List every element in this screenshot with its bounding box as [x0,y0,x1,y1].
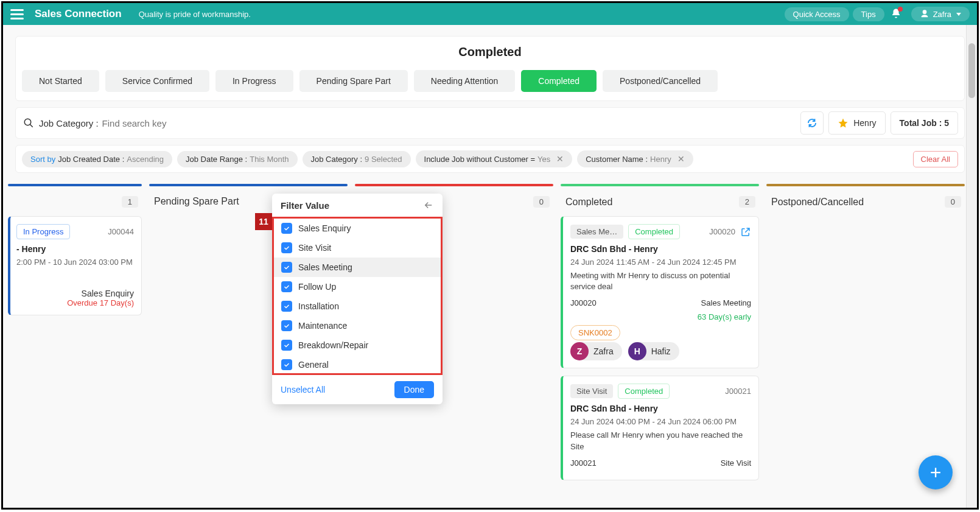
filter-options-list: Sales Enquiry Site Visit Sales Meeting F… [272,217,443,375]
back-arrow-icon[interactable] [423,200,434,211]
column-title: Pending Spare Part [154,196,239,207]
page-title: Completed [22,45,958,59]
early-label: 63 Day(s) early [570,312,751,321]
card-category: Site Visit [721,458,751,468]
done-button[interactable]: Done [394,381,434,398]
status-badge: Completed [618,384,670,399]
status-badge: Completed [628,224,680,239]
svg-line-1 [30,124,33,127]
filter-option[interactable]: Site Visit [274,238,441,258]
user-menu[interactable]: Zafra [911,7,970,21]
card-category: Sales Meeting [701,298,751,307]
search-icon [23,117,34,128]
category-tag: Sales Me… [570,225,623,239]
column-count: 0 [533,196,550,208]
remove-filter-icon[interactable]: ✕ [677,154,685,164]
assignee-name: Zafra [593,346,614,356]
filter-option[interactable]: Installation [274,296,441,316]
column-count: 1 [122,196,138,208]
job-code: J00021 [725,387,751,396]
chip-sort[interactable]: Sort by Job Created Date : Ascending [22,151,172,167]
checkbox-icon [281,223,292,234]
card-category: Sales Enquiry [16,289,134,298]
card-customer: - Henry [16,244,134,254]
remove-filter-icon[interactable]: ✕ [556,154,564,164]
search-label: Job Category : [39,118,99,128]
add-job-button[interactable]: + [919,455,953,489]
step-badge: 11 [255,213,272,230]
unselect-all-button[interactable]: Unselect All [281,385,325,395]
filter-option[interactable]: Sales Enquiry [274,219,441,238]
job-card[interactable]: Site Visit Completed J00021 DRC Sdn Bhd … [561,376,759,480]
chip-customer-name[interactable]: Customer Name : Henry ✕ [577,150,693,167]
overdue-label: Overdue 17 Day(s) [16,298,134,307]
card-time: 2:00 PM - 10 Jun 2024 03:00 PM [16,258,134,267]
tab-pending-spare-part[interactable]: Pending Spare Part [299,70,408,92]
filter-option[interactable]: Follow Up [274,277,441,296]
page-header: Completed Not Started Service Confirmed … [15,36,965,101]
card-customer: DRC Sdn Bhd - Henry [570,404,751,413]
tab-not-started[interactable]: Not Started [22,70,99,92]
open-icon[interactable] [740,226,751,237]
checkbox-icon [281,281,292,292]
column-title: Postponed/Cancelled [771,197,864,208]
kanban-board: 1 In Progress J00044 - Henry 2:00 PM - 1… [3,184,977,500]
filter-option[interactable]: Breakdown/Repair [274,335,441,355]
job-code-2: J00021 [570,458,597,468]
category-tag: Site Visit [570,384,613,398]
search-input[interactable] [102,118,795,128]
job-code: J00044 [108,227,134,236]
checkbox-icon [281,301,292,312]
menu-icon[interactable] [10,7,24,21]
tips-button[interactable]: Tips [853,7,884,21]
clear-all-button[interactable]: Clear All [913,151,958,167]
svg-point-0 [24,119,31,125]
search-bar: Job Category : Henry Total Job : 5 [15,107,965,139]
favorite-user: Henry [853,118,876,128]
status-tabs: Not Started Service Confirmed In Progres… [22,70,958,92]
assignee-name: Hafiz [651,346,671,356]
refresh-button[interactable] [800,111,824,135]
status-badge: In Progress [16,224,70,239]
column-count: 0 [945,196,961,208]
tab-completed[interactable]: Completed [521,70,597,92]
quick-access-button[interactable]: Quick Access [785,7,849,21]
assignee-chip[interactable]: Z Zafra [570,342,622,360]
chip-include-no-customer[interactable]: Include Job without Customer = Yes ✕ [416,150,573,167]
filter-bar: Sort by Job Created Date : Ascending Job… [15,145,965,173]
filter-option[interactable]: General [274,355,441,374]
kanban-column-partial: 1 In Progress J00044 - Henry 2:00 PM - 1… [8,184,142,323]
tab-postponed-cancelled[interactable]: Postponed/Cancelled [603,70,718,92]
card-time: 24 Jun 2024 11:45 AM - 24 Jun 2024 12:45… [570,258,751,267]
scrollbar[interactable] [966,25,977,508]
user-name: Zafra [933,10,951,19]
card-customer: DRC Sdn Bhd - Henry [570,244,751,254]
card-description: Meeting with Mr Henry to discuss on pote… [570,270,751,292]
avatar: H [628,342,646,360]
chip-date-range[interactable]: Job Date Range : This Month [177,151,298,167]
chevron-down-icon [956,13,961,16]
job-card[interactable]: Sales Me… Completed J00020 DRC Sdn Bhd -… [561,216,759,368]
column-count: 2 [739,196,755,208]
filter-popup: 11 Filter Value Sales Enquiry Site Visit… [272,194,443,404]
checkbox-icon [281,340,292,351]
tab-needing-attention[interactable]: Needing Attention [414,70,516,92]
checkbox-icon [281,359,292,370]
chip-job-category[interactable]: Job Category : 9 Selected [303,151,411,167]
tab-service-confirmed[interactable]: Service Confirmed [105,70,209,92]
tab-in-progress[interactable]: In Progress [215,70,293,92]
favorite-filter[interactable]: Henry [828,111,885,135]
filter-option[interactable]: Sales Meeting [274,258,441,277]
column-title: Completed [565,197,612,208]
job-card[interactable]: In Progress J00044 - Henry 2:00 PM - 10 … [8,216,142,315]
filter-option[interactable]: Maintenance [274,316,441,335]
notification-icon[interactable] [891,8,901,21]
assignee-chip[interactable]: H Hafiz [628,342,679,360]
total-jobs: Total Job : 5 [891,111,958,135]
job-code: J00020 [709,227,735,236]
kanban-column-completed: Completed 2 Sales Me… Completed J00020 D… [561,184,759,488]
checkbox-icon [281,320,292,331]
job-code-2: J00020 [570,298,597,307]
checkbox-icon [281,262,292,273]
reference-tag: SNK0002 [570,325,620,340]
